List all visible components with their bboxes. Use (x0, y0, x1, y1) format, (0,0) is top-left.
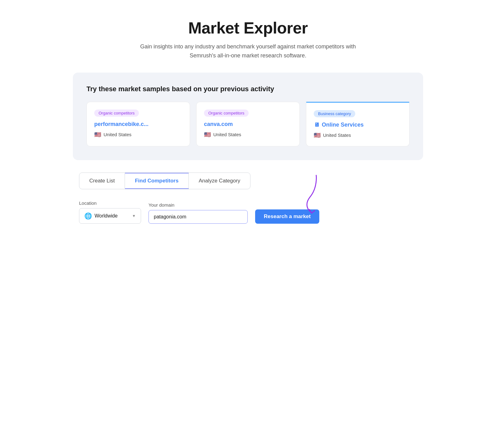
domain-group: Your domain (148, 202, 248, 224)
samples-heading: Try these market samples based on your p… (86, 85, 410, 93)
header-section: Market Explorer Gain insights into any i… (127, 19, 369, 60)
tabs-section: Create List Find Competitors Analyze Cat… (73, 172, 423, 224)
sample-domain-3: 🖥 Online Services (314, 122, 402, 128)
chevron-down-icon: ▼ (132, 214, 136, 218)
sample-country-2: 🇺🇸 United States (204, 131, 292, 138)
sample-item-2[interactable]: Organic competitors canva.com 🇺🇸 United … (196, 102, 300, 146)
sample-country-3: 🇺🇸 United States (314, 132, 402, 139)
research-button-container: Research a market (255, 209, 319, 224)
samples-grid: Organic competitors performancebike.c...… (86, 102, 410, 146)
sample-item-1[interactable]: Organic competitors performancebike.c...… (86, 102, 190, 146)
flag-icon-2: 🇺🇸 (204, 131, 211, 138)
sample-item-3[interactable]: Business category 🖥 Online Services 🇺🇸 U… (306, 102, 410, 146)
monitor-icon: 🖥 (314, 122, 319, 128)
page-container: Market Explorer Gain insights into any i… (73, 19, 423, 224)
sample-badge-3: Business category (314, 110, 355, 117)
location-value: Worldwide (95, 213, 117, 219)
arrow-decoration (298, 172, 322, 217)
tabs-container: Create List Find Competitors Analyze Cat… (79, 172, 250, 189)
sample-badge-1: Organic competitors (94, 110, 139, 117)
sample-domain-2: canva.com (204, 121, 292, 128)
sample-badge-2: Organic competitors (204, 110, 249, 117)
flag-icon-3: 🇺🇸 (314, 132, 321, 139)
domain-label: Your domain (148, 202, 248, 208)
tab-find-competitors[interactable]: Find Competitors (125, 173, 189, 189)
page-subtitle: Gain insights into any industry and benc… (127, 42, 369, 60)
location-group: Location 🌐 Worldwide ▼ (79, 200, 141, 224)
sample-domain-1: performancebike.c... (94, 121, 182, 128)
sample-country-1: 🇺🇸 United States (94, 131, 182, 138)
form-area: Location 🌐 Worldwide ▼ Your domain (79, 200, 417, 224)
globe-icon: 🌐 (84, 212, 92, 220)
tab-analyze-category[interactable]: Analyze Category (189, 173, 250, 188)
tab-create-list[interactable]: Create List (79, 173, 125, 188)
domain-input-wrapper (148, 210, 248, 224)
location-select[interactable]: 🌐 Worldwide ▼ (79, 208, 141, 224)
page-title: Market Explorer (127, 19, 369, 37)
location-label: Location (79, 200, 141, 206)
samples-card: Try these market samples based on your p… (73, 73, 423, 160)
flag-icon-1: 🇺🇸 (94, 131, 101, 138)
domain-input[interactable] (148, 210, 248, 224)
